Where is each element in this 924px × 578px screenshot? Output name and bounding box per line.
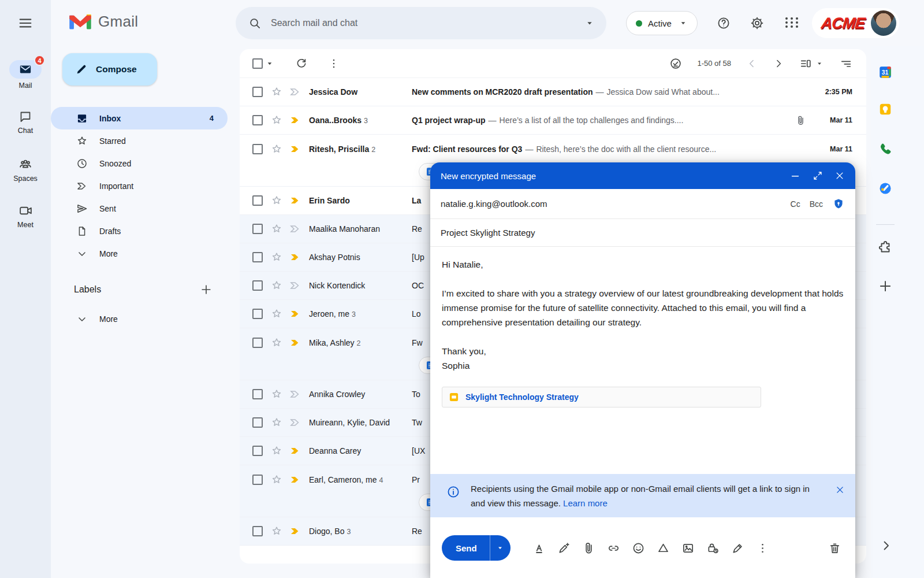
message-body[interactable]: Hi Natalie, I’m excited to share with yo…: [430, 247, 855, 373]
search-bar[interactable]: [236, 7, 606, 39]
sidebar-item-mail[interactable]: 4 Mail: [0, 60, 51, 90]
sidebar-item-chat[interactable]: Chat: [0, 110, 51, 135]
send-button[interactable]: Send: [442, 535, 490, 561]
table-row[interactable]: Jessica Dow New comments on MCR2020 draf…: [240, 78, 866, 106]
star-icon[interactable]: [271, 417, 282, 428]
attach-file-icon[interactable]: [582, 542, 595, 555]
recipients-field[interactable]: natalie.g.king@outlook.com Cc Bcc: [430, 189, 855, 219]
star-icon[interactable]: [271, 195, 282, 206]
sidebar-item-spaces[interactable]: Spaces: [0, 157, 51, 183]
star-icon[interactable]: [271, 337, 282, 349]
labels-more-item[interactable]: More: [51, 307, 228, 330]
search-input[interactable]: [271, 18, 583, 28]
older-chevron-right-icon[interactable]: [773, 58, 784, 69]
minimize-icon[interactable]: [789, 170, 801, 181]
row-checkbox[interactable]: [252, 87, 263, 97]
attachment-name[interactable]: Skylight Technology Strategy: [465, 392, 579, 402]
importance-marker-icon[interactable]: [289, 86, 301, 98]
star-icon[interactable]: [271, 86, 282, 98]
row-checkbox[interactable]: [252, 446, 263, 456]
subject-field[interactable]: Project Skylight Strategy: [430, 219, 855, 247]
drive-icon[interactable]: [657, 542, 670, 555]
circled-check-icon[interactable]: [669, 57, 682, 70]
collapse-chevron-icon[interactable]: [879, 539, 893, 553]
tasks-icon[interactable]: [878, 181, 893, 196]
insert-link-icon[interactable]: [607, 542, 620, 555]
search-options-caret-icon[interactable]: [583, 17, 596, 29]
importance-marker-icon[interactable]: [289, 417, 301, 428]
row-checkbox[interactable]: [252, 526, 263, 536]
formatting-options-icon[interactable]: [532, 542, 546, 555]
star-icon[interactable]: [271, 143, 282, 155]
compose-button[interactable]: Compose: [62, 53, 157, 86]
calendar-icon[interactable]: [878, 65, 893, 80]
star-icon[interactable]: [271, 474, 282, 486]
importance-marker-icon[interactable]: [289, 251, 301, 263]
close-icon[interactable]: [834, 171, 845, 181]
row-checkbox[interactable]: [252, 389, 263, 399]
importance-marker-icon[interactable]: [289, 143, 301, 155]
row-checkbox[interactable]: [252, 417, 263, 428]
sidebar-item-important[interactable]: Important: [51, 175, 228, 197]
row-checkbox[interactable]: [252, 338, 263, 348]
account-area[interactable]: ACME: [812, 8, 899, 38]
help-icon[interactable]: [717, 16, 731, 30]
send-options-caret[interactable]: [490, 535, 511, 561]
importance-marker-icon[interactable]: [289, 474, 301, 486]
compose-header[interactable]: New encrypted message: [430, 162, 855, 189]
importance-marker-icon[interactable]: [289, 525, 301, 537]
avatar[interactable]: [871, 10, 896, 36]
star-icon[interactable]: [271, 445, 282, 457]
apps-grid-icon[interactable]: [785, 17, 799, 28]
discard-draft-icon[interactable]: [828, 542, 841, 555]
insert-emoji-icon[interactable]: [632, 542, 645, 555]
row-checkbox[interactable]: [252, 224, 263, 234]
cc-button[interactable]: Cc: [791, 199, 800, 209]
sidebar-item-snoozed[interactable]: Snoozed: [51, 152, 228, 175]
star-icon[interactable]: [271, 388, 282, 400]
newer-chevron-left-icon[interactable]: [746, 58, 758, 69]
help-me-write-icon[interactable]: [557, 542, 571, 555]
extensions-puzzle-icon[interactable]: [878, 240, 893, 255]
select-caret-icon[interactable]: [264, 58, 275, 69]
star-icon[interactable]: [271, 114, 282, 126]
select-all-checkbox[interactable]: [252, 58, 263, 69]
get-addons-plus-icon[interactable]: [878, 279, 893, 294]
row-checkbox[interactable]: [252, 115, 263, 125]
row-checkbox[interactable]: [252, 144, 263, 154]
row-checkbox[interactable]: [252, 475, 263, 485]
insert-photo-icon[interactable]: [681, 542, 695, 555]
row-checkbox[interactable]: [252, 280, 263, 291]
sidebar-item-starred[interactable]: Starred: [51, 129, 228, 152]
split-pane-selector[interactable]: [799, 57, 825, 70]
more-options-icon[interactable]: [756, 542, 769, 555]
send-button-group[interactable]: Send: [442, 535, 511, 561]
recipient-address[interactable]: natalie.g.king@outlook.com: [441, 199, 547, 209]
banner-close-icon[interactable]: [835, 485, 845, 495]
table-row[interactable]: Oana..Brooks3 Q1 project wrap-up—Here’s …: [240, 106, 866, 135]
table-row[interactable]: Ritesh, Priscilla2 Fwd: Client resources…: [240, 135, 866, 163]
add-label-plus-icon[interactable]: [200, 283, 213, 296]
importance-marker-icon[interactable]: [289, 280, 301, 291]
sidebar-item-drafts[interactable]: Drafts: [51, 220, 228, 242]
importance-marker-icon[interactable]: [289, 308, 301, 320]
expand-icon[interactable]: [813, 171, 823, 181]
tune-icon[interactable]: [840, 57, 852, 70]
attachment-card[interactable]: Skylight Technology Strategy: [442, 387, 761, 407]
row-checkbox[interactable]: [252, 195, 263, 206]
row-checkbox[interactable]: [252, 252, 263, 262]
refresh-icon[interactable]: [295, 57, 308, 70]
importance-marker-icon[interactable]: [289, 223, 301, 235]
voice-icon[interactable]: [878, 142, 893, 157]
importance-marker-icon[interactable]: [289, 114, 301, 126]
sidebar-item-inbox[interactable]: Inbox 4: [51, 107, 228, 129]
importance-marker-icon[interactable]: [289, 388, 301, 400]
star-icon[interactable]: [271, 223, 282, 235]
status-selector[interactable]: Active: [626, 11, 698, 35]
learn-more-link[interactable]: Learn more: [563, 498, 608, 508]
settings-gear-icon[interactable]: [750, 16, 764, 30]
importance-marker-icon[interactable]: [289, 195, 301, 206]
importance-marker-icon[interactable]: [289, 445, 301, 457]
importance-marker-icon[interactable]: [289, 337, 301, 349]
star-icon[interactable]: [271, 525, 282, 537]
